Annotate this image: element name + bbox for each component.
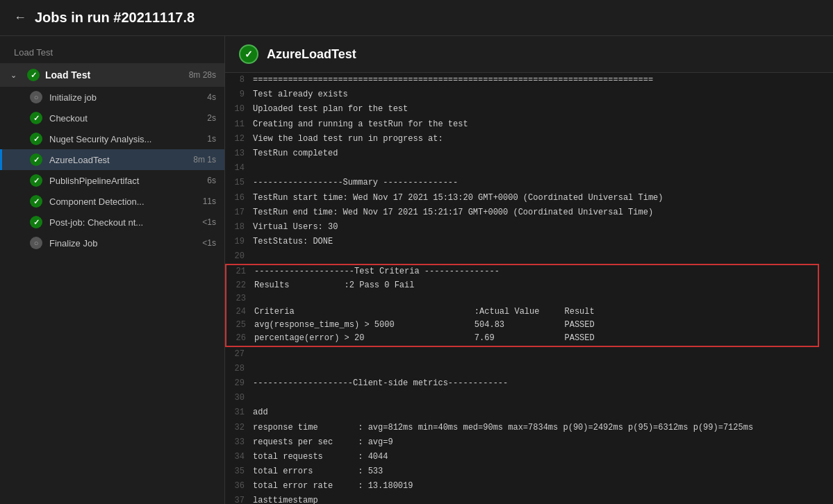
step-item[interactable]: Finalize Job<1s bbox=[0, 233, 224, 253]
step-name: Checkout bbox=[49, 113, 200, 124]
log-area[interactable]: 8=======================================… bbox=[225, 73, 833, 504]
step-status-icon bbox=[30, 216, 42, 228]
step-item[interactable]: Checkout2s bbox=[0, 108, 224, 128]
chevron-down-icon: ⌄ bbox=[10, 71, 22, 80]
step-name: PublishPipelineArtifact bbox=[49, 176, 200, 186]
line-number: 27 bbox=[225, 348, 253, 361]
step-duration: 2s bbox=[207, 113, 216, 123]
sidebar-section-label: Load Test bbox=[0, 36, 224, 63]
log-line: 19TestStatus: DONE bbox=[225, 235, 833, 249]
job-group-status-icon bbox=[27, 69, 40, 81]
line-content: TestStatus: DONE bbox=[253, 235, 833, 249]
step-name: Finalize Job bbox=[49, 238, 195, 249]
job-group-duration: 8m 28s bbox=[189, 70, 216, 80]
line-number: 12 bbox=[225, 133, 253, 146]
page-title: Jobs in run #20211117.8 bbox=[35, 10, 195, 26]
step-item[interactable]: Component Detection...11s bbox=[0, 191, 224, 212]
log-line: 29--------------------Client-side metric… bbox=[225, 376, 833, 391]
job-group-name: Load Test bbox=[45, 69, 183, 81]
step-item[interactable]: Nuget Security Analysis...1s bbox=[0, 128, 224, 149]
log-line: 23 bbox=[226, 292, 818, 305]
line-number: 23 bbox=[226, 292, 254, 305]
log-line: 12View the load test run in progress at: bbox=[225, 132, 833, 146]
line-content: avg(response_time_ms) > 5000 504.83 PASS… bbox=[254, 319, 818, 332]
step-name: Initialize job bbox=[49, 92, 200, 103]
line-number: 11 bbox=[225, 118, 253, 131]
line-content: TestRun start time: Wed Nov 17 2021 15:1… bbox=[253, 192, 833, 205]
line-number: 8 bbox=[225, 74, 253, 87]
line-number: 10 bbox=[225, 103, 253, 116]
line-content: total requests : 4044 bbox=[253, 451, 833, 464]
line-number: 18 bbox=[225, 221, 253, 234]
line-content: Creating and running a testRun for the t… bbox=[253, 118, 833, 131]
content-panel: AzureLoadTest 8=========================… bbox=[225, 36, 833, 504]
log-line: 9Test already exists bbox=[225, 87, 833, 102]
step-duration: <1s bbox=[202, 217, 216, 227]
line-content: --------------------Client-side metrics-… bbox=[253, 377, 833, 390]
step-status-icon bbox=[30, 91, 42, 103]
line-content: response time : avg=812ms min=40ms med=9… bbox=[253, 421, 833, 435]
step-duration: 6s bbox=[207, 176, 216, 185]
line-content: Uploaded test plan for the test bbox=[253, 103, 833, 116]
step-name: AzureLoadTest bbox=[49, 155, 186, 165]
line-content: add bbox=[253, 406, 833, 419]
line-number: 9 bbox=[225, 88, 253, 101]
log-line: 18Virtual Users: 30 bbox=[225, 220, 833, 235]
step-item[interactable]: PublishPipelineArtifact6s bbox=[0, 170, 224, 191]
page-header: ← Jobs in run #20211117.8 bbox=[0, 0, 833, 36]
line-number: 34 bbox=[225, 451, 253, 464]
line-number: 14 bbox=[225, 162, 253, 175]
log-highlight-group: 21--------------------Test Criteria ----… bbox=[225, 264, 819, 346]
line-number: 13 bbox=[225, 147, 253, 160]
line-number: 16 bbox=[225, 192, 253, 205]
step-status-icon bbox=[30, 153, 42, 166]
log-line: 20 bbox=[225, 249, 833, 264]
log-line: 10Uploaded test plan for the test bbox=[225, 102, 833, 117]
step-item[interactable]: AzureLoadTest8m 1s bbox=[0, 149, 224, 170]
step-status-icon bbox=[30, 174, 42, 187]
step-status-icon bbox=[30, 195, 42, 208]
back-button[interactable]: ← bbox=[14, 10, 26, 25]
line-content: View the load test run in progress at: bbox=[253, 133, 833, 146]
log-line: 8=======================================… bbox=[225, 73, 833, 87]
log-line: 36total error rate : 13.180019 bbox=[225, 479, 833, 494]
line-number: 15 bbox=[225, 176, 253, 190]
log-line: 30 bbox=[225, 391, 833, 405]
step-duration: 8m 1s bbox=[193, 155, 216, 165]
line-number: 17 bbox=[225, 206, 253, 219]
log-line: 32response time : avg=812ms min=40ms med… bbox=[225, 421, 833, 435]
line-content: total errors : 533 bbox=[253, 465, 833, 478]
log-line: 27 bbox=[225, 347, 833, 362]
line-content: Virtual Users: 30 bbox=[253, 221, 833, 234]
log-line: 13TestRun completed bbox=[225, 146, 833, 161]
line-number: 28 bbox=[225, 362, 253, 376]
log-line: 37lasttimestamp bbox=[225, 494, 833, 504]
line-number: 30 bbox=[225, 392, 253, 405]
log-line: 35total errors : 533 bbox=[225, 464, 833, 479]
step-duration: 4s bbox=[207, 92, 216, 102]
line-number: 19 bbox=[225, 235, 253, 249]
step-duration: <1s bbox=[202, 238, 216, 248]
job-group: ⌄ Load Test 8m 28s Initialize job4sCheck… bbox=[0, 63, 224, 253]
line-number: 35 bbox=[225, 465, 253, 478]
line-content: ========================================… bbox=[253, 74, 833, 87]
content-status-icon bbox=[239, 44, 258, 64]
line-content: percentage(error) > 20 7.69 PASSED bbox=[254, 332, 818, 345]
line-number: 26 bbox=[226, 332, 254, 345]
sidebar: Load Test ⌄ Load Test 8m 28s Initialize … bbox=[0, 36, 225, 504]
line-content: TestRun end time: Wed Nov 17 2021 15:21:… bbox=[253, 206, 833, 219]
log-line: 34total requests : 4044 bbox=[225, 450, 833, 464]
step-duration: 1s bbox=[207, 134, 216, 144]
step-item[interactable]: Post-job: Checkout nt...<1s bbox=[0, 212, 224, 233]
step-item[interactable]: Initialize job4s bbox=[0, 87, 224, 108]
log-line: 16TestRun start time: Wed Nov 17 2021 15… bbox=[225, 191, 833, 205]
log-line: 33requests per sec : avg=9 bbox=[225, 435, 833, 450]
line-number: 25 bbox=[226, 319, 254, 332]
line-content: Criteria :Actual Value Result bbox=[254, 305, 818, 319]
line-number: 37 bbox=[225, 494, 253, 504]
step-name: Component Detection... bbox=[49, 196, 196, 207]
job-group-header[interactable]: ⌄ Load Test 8m 28s bbox=[0, 63, 224, 87]
line-content: requests per sec : avg=9 bbox=[253, 436, 833, 449]
log-line: 21--------------------Test Criteria ----… bbox=[226, 265, 818, 278]
line-number: 24 bbox=[226, 305, 254, 319]
